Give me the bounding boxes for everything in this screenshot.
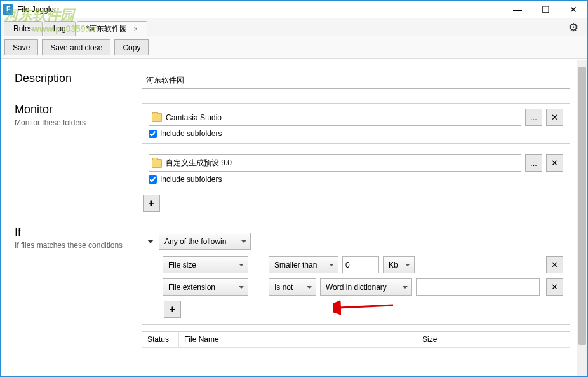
collapse-triangle-icon[interactable] (147, 240, 154, 243)
column-header-filename[interactable]: File Name (179, 332, 417, 347)
monitor-heading: Monitor (15, 103, 142, 116)
table-body (142, 348, 570, 376)
folder-icon (152, 113, 162, 122)
content-scroll-area[interactable]: Description Monitor Monitor these folder… (1, 60, 577, 376)
if-section: If If files matches these conditions Any… (15, 226, 570, 376)
folder-panel: 自定义生成预设 9.0 ... ✕ Include subfolders (142, 149, 570, 189)
unit-dropdown[interactable]: Kb (383, 256, 415, 273)
folder-name: 自定义生成预设 9.0 (166, 158, 232, 168)
tab-active-rule[interactable]: *河东软件园 × (77, 21, 147, 36)
tab-close-icon[interactable]: × (133, 25, 137, 32)
include-subfolders-checkbox[interactable] (149, 130, 157, 138)
save-and-close-button[interactable]: Save and close (42, 39, 110, 55)
tab-log[interactable]: Log (44, 21, 76, 36)
copy-button[interactable]: Copy (114, 39, 149, 55)
add-folder-button[interactable]: + (143, 195, 160, 212)
include-subfolders-label: Include subfolders (160, 129, 222, 138)
include-subfolders-checkbox[interactable] (149, 175, 157, 184)
value-input[interactable] (342, 256, 379, 273)
maximize-button[interactable]: ☐ (531, 1, 559, 18)
preview-table: Status File Name Size (142, 331, 570, 376)
column-header-size[interactable]: Size (417, 332, 570, 347)
description-input[interactable] (142, 72, 570, 89)
window-title: File Juggler (17, 5, 57, 14)
monitor-section: Monitor Monitor these folders Camtasia S… (15, 103, 570, 212)
vertical-scrollbar[interactable] (577, 60, 587, 376)
remove-condition-button[interactable]: ✕ (546, 256, 563, 273)
folder-input[interactable]: Camtasia Studio (149, 109, 521, 126)
folder-icon (152, 159, 162, 168)
tab-rules[interactable]: Rules (4, 21, 43, 36)
field-dropdown[interactable]: File extension (163, 278, 248, 296)
monitor-subheading: Monitor these folders (15, 118, 142, 127)
app-icon: F (3, 4, 13, 15)
scrollbar-thumb[interactable] (578, 67, 586, 345)
tab-rules-label: Rules (13, 24, 33, 33)
include-subfolders-check[interactable]: Include subfolders (149, 175, 563, 184)
toolbar: Save Save and close Copy (1, 36, 587, 59)
operator-dropdown[interactable]: Smaller than (269, 256, 338, 273)
condition-row: File size Smaller than Kb ✕ (163, 256, 563, 273)
folder-panel: Camtasia Studio ... ✕ Include subfolders (142, 103, 570, 144)
if-heading: If (15, 226, 142, 239)
folder-name: Camtasia Studio (166, 113, 222, 122)
folder-remove-button[interactable]: ✕ (546, 154, 563, 172)
value-dropdown[interactable]: Word in dictionary (320, 278, 412, 296)
condition-row: File extension Is not Word in dictionary… (163, 278, 563, 296)
save-button[interactable]: Save (4, 39, 38, 55)
folder-browse-button[interactable]: ... (525, 154, 542, 172)
tab-log-label: Log (53, 24, 66, 33)
remove-condition-button[interactable]: ✕ (546, 278, 563, 296)
tab-active-label: 河东软件园 (89, 24, 127, 34)
conditions-panel: Any of the followin File size Smaller th… (142, 226, 570, 325)
description-heading: Description (15, 72, 142, 85)
folder-input[interactable]: 自定义生成预设 9.0 (149, 154, 521, 172)
include-subfolders-label: Include subfolders (160, 175, 222, 184)
include-subfolders-check[interactable]: Include subfolders (149, 129, 563, 138)
titlebar: F File Juggler — ☐ ✕ (1, 1, 587, 18)
add-condition-button[interactable]: + (164, 301, 181, 318)
field-dropdown[interactable]: File size (163, 256, 248, 273)
folder-browse-button[interactable]: ... (525, 109, 542, 126)
operator-dropdown[interactable]: Is not (269, 278, 316, 296)
column-header-status[interactable]: Status (142, 332, 179, 347)
tabstrip: Rules Log *河东软件园 × ⚙ (1, 18, 587, 36)
description-section: Description (15, 72, 570, 89)
group-mode-label: Any of the followin (164, 237, 226, 246)
if-subheading: If files matches these conditions (15, 241, 142, 250)
folder-remove-button[interactable]: ✕ (546, 109, 563, 126)
minimize-button[interactable]: — (504, 1, 531, 18)
gear-icon[interactable]: ⚙ (568, 20, 578, 36)
text-value-input[interactable] (416, 278, 540, 296)
group-mode-dropdown[interactable]: Any of the followin (159, 233, 251, 250)
close-button[interactable]: ✕ (559, 1, 587, 18)
